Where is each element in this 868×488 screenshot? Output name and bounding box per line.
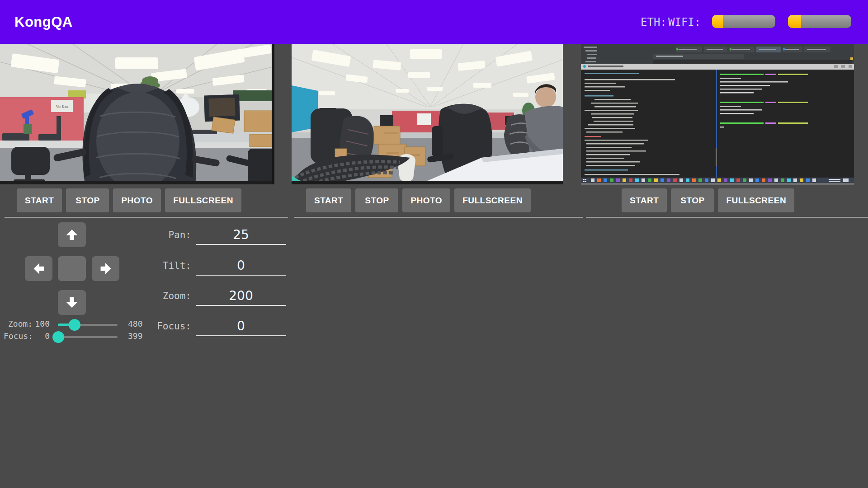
zoom-field-row: Zoom: [154, 286, 289, 308]
pan-tilt-right-button[interactable] [92, 256, 119, 281]
tilt-input[interactable] [196, 256, 286, 276]
camera-3-fullscreen-button[interactable]: FULLSCREEN [718, 188, 794, 212]
focus-field-row: Focus: [154, 316, 289, 338]
panel-2-divider [294, 217, 583, 218]
zoom-field-label: Zoom: [163, 291, 191, 301]
camera-3-controls: START STOP FULLSCREEN [622, 188, 794, 212]
arrow-down-icon [66, 297, 78, 308]
camera-2-stop-button[interactable]: STOP [355, 188, 398, 212]
eth-progress-fill [712, 15, 723, 28]
wifi-label: WIFI: [668, 0, 701, 44]
focus-slider-track[interactable] [58, 336, 118, 338]
camera-3-feed [581, 44, 854, 185]
zoom-input[interactable] [196, 286, 286, 306]
panel-1-divider [5, 217, 288, 218]
camera-1-start-button[interactable]: START [17, 188, 62, 212]
camera-2-feed [292, 44, 563, 184]
camera-1-feed: Vic Kao [0, 44, 274, 184]
pan-input[interactable] [196, 225, 286, 245]
camera-2-start-button[interactable]: START [306, 188, 351, 212]
focus-slider-max: 399 [128, 331, 143, 341]
camera-1-scene: Vic Kao [0, 44, 274, 184]
eth-label: ETH: [641, 0, 667, 44]
camera-1-fullscreen-button[interactable]: FULLSCREEN [165, 188, 241, 212]
focus-slider-value: 0 [27, 331, 50, 341]
camera-3-start-button[interactable]: START [622, 188, 667, 212]
eth-progress-bar [712, 15, 775, 28]
zoom-slider-thumb[interactable] [69, 319, 80, 331]
arrow-right-icon [100, 263, 111, 275]
camera-2-fullscreen-button[interactable]: FULLSCREEN [454, 188, 531, 212]
focus-field-label: Focus: [157, 321, 191, 332]
pan-tilt-down-button[interactable] [58, 290, 86, 315]
focus-slider-thumb[interactable] [52, 331, 64, 343]
pan-field-row: Pan: [154, 225, 289, 247]
camera-2-controls: START STOP PHOTO FULLSCREEN [306, 188, 531, 212]
zoom-slider-value: 100 [27, 319, 50, 328]
camera-3-scene [581, 44, 854, 185]
zoom-slider-max: 480 [128, 319, 143, 328]
camera-3-stop-button[interactable]: STOP [671, 188, 714, 212]
camera-2-scene [292, 44, 563, 184]
pan-tilt-left-button[interactable] [25, 256, 52, 281]
arrow-up-icon [66, 229, 78, 240]
zoom-slider-track[interactable] [58, 324, 118, 326]
pan-tilt-home-button[interactable] [58, 256, 86, 281]
pan-tilt-up-button[interactable] [58, 222, 86, 247]
camera-1-photo-button[interactable]: PHOTO [113, 188, 161, 212]
arrow-left-icon [33, 263, 44, 275]
tilt-field-label: Tilt: [163, 260, 191, 271]
camera-1-stop-button[interactable]: STOP [66, 188, 109, 212]
wifi-progress-bar [788, 15, 851, 28]
focus-input[interactable] [196, 316, 286, 336]
tilt-field-row: Tilt: [154, 256, 289, 277]
camera-1-controls: START STOP PHOTO FULLSCREEN [17, 188, 241, 212]
panel-3-divider [586, 217, 868, 218]
wifi-progress-fill [788, 15, 801, 28]
camera-1-sign-text: Vic Kao [56, 105, 68, 109]
camera-2-photo-button[interactable]: PHOTO [402, 188, 450, 212]
app-title: KongQA [14, 0, 73, 44]
app-header: KongQA ETH: WIFI: [0, 0, 868, 44]
pan-field-label: Pan: [168, 230, 191, 240]
